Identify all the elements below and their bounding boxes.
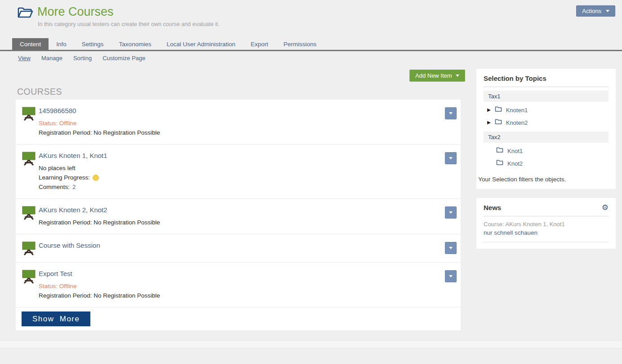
- course-list-panel: 1459866580 Status: OfflineRegistration P…: [16, 100, 461, 330]
- course-property: Status: Offline: [39, 281, 445, 291]
- caret-down-icon: [456, 75, 459, 77]
- course-title-link[interactable]: Export Test: [39, 269, 72, 278]
- news-entry: Course: AKurs Knoten 1, Knot1 nur schnel…: [484, 220, 609, 237]
- taxonomy-node-link[interactable]: Knoten1: [506, 107, 528, 114]
- subtab-manage[interactable]: Manage: [41, 55, 62, 61]
- course-title-link[interactable]: AKurs Knoten 1, Knot1: [39, 151, 107, 160]
- course-property: Registration Period: No Registration Pos…: [39, 291, 445, 300]
- course-property-text: No places left: [39, 163, 76, 173]
- course-icon: [22, 106, 36, 121]
- taxonomy-node-link[interactable]: Knoten2: [506, 119, 528, 126]
- course-property-text: Registration Period: No Registration Pos…: [39, 291, 160, 300]
- course-property-text: Status: Offline: [39, 281, 77, 291]
- tab-local-user-administration[interactable]: Local User Administration: [159, 38, 243, 50]
- taxonomy-groups: Tax1 ▶ Knoten1 ▶ Knoten2 Tax2 Knot1: [484, 91, 609, 170]
- course-properties: Status: OfflineRegistration Period: No R…: [39, 281, 445, 300]
- taxonomy-tree-node: ▶ Knoten2: [484, 116, 609, 129]
- course-row: AKurs Knoten 1, Knot1 No places leftLear…: [16, 145, 461, 199]
- news-panel-title: News: [484, 204, 501, 211]
- subtab-view[interactable]: View: [18, 55, 31, 61]
- actions-button-label: Actions: [582, 8, 601, 14]
- course-row: Export Test Status: OfflineRegistration …: [16, 263, 461, 307]
- add-new-item-label: Add New Item: [415, 72, 452, 79]
- news-panel: News ⚙ Course: AKurs Knoten 1, Knot1 nur…: [476, 198, 616, 249]
- topics-panel-title: Selection by Topics: [484, 75, 546, 82]
- actions-button[interactable]: Actions: [576, 5, 615, 17]
- news-entry-context: Course: AKurs Knoten 1, Knot1: [484, 220, 609, 228]
- subtab-customize-page[interactable]: Customize Page: [102, 55, 145, 61]
- caret-down-icon: [449, 112, 453, 114]
- learning-progress-in-progress-icon: [93, 175, 99, 181]
- course-icon: [22, 206, 36, 220]
- folder-icon: [495, 106, 502, 114]
- course-property: No places left: [39, 163, 445, 173]
- course-property-text: Status: Offline: [39, 118, 77, 128]
- right-sidebar: Selection by Topics Tax1 ▶ Knoten1 ▶ Kno…: [476, 69, 616, 249]
- tab-settings[interactable]: Settings: [74, 38, 111, 50]
- taxonomy-tree-node: Knot2: [484, 157, 609, 170]
- tab-bar: ContentInfoSettingsTaxonomiesLocal User …: [0, 38, 622, 51]
- course-properties: Status: OfflineRegistration Period: No R…: [39, 118, 445, 137]
- tab-export[interactable]: Export: [243, 38, 276, 50]
- divider: [484, 216, 609, 216]
- course-property: Comments:2: [39, 182, 445, 192]
- gear-icon[interactable]: ⚙: [602, 204, 609, 211]
- folder-icon: [496, 147, 503, 155]
- course-property: Registration Period: No Registration Pos…: [39, 218, 445, 227]
- page-title: More Courses: [37, 5, 114, 19]
- folder-icon: [495, 118, 502, 127]
- course-title-link[interactable]: Course with Session: [39, 241, 100, 250]
- taxonomy-node-link[interactable]: Knot1: [507, 148, 523, 154]
- course-actions-dropdown-button[interactable]: [445, 242, 457, 254]
- caret-down-icon: [449, 211, 453, 214]
- course-icon: [22, 269, 36, 284]
- caret-down-icon: [606, 10, 609, 12]
- selection-filter-note: Your Selection filters the objects.: [478, 176, 609, 183]
- subtab-bar: ViewManageSortingCustomize Page: [18, 55, 146, 61]
- course-actions-dropdown-button[interactable]: [445, 206, 457, 219]
- expand-triangle-icon[interactable]: ▶: [487, 108, 491, 112]
- course-actions-dropdown-button[interactable]: [445, 107, 457, 119]
- course-actions-dropdown-button[interactable]: [445, 152, 457, 164]
- divider: [484, 242, 609, 242]
- news-list: Course: AKurs Knoten 1, Knot1 nur schnel…: [484, 220, 609, 237]
- caret-down-icon: [449, 247, 453, 249]
- course-row: 1459866580 Status: OfflineRegistration P…: [16, 100, 461, 145]
- course-row: AKurs Knoten 2, Knot2 Registration Perio…: [16, 199, 461, 234]
- course-property: Learning Progress:: [39, 173, 445, 182]
- tab-info[interactable]: Info: [49, 38, 74, 50]
- tab-content[interactable]: Content: [12, 38, 49, 50]
- course-row: Course with Session: [16, 234, 461, 263]
- tab-permissions[interactable]: Permissions: [276, 38, 324, 50]
- expand-triangle-icon[interactable]: ▶: [487, 120, 491, 125]
- course-property-text: Comments:: [39, 182, 70, 192]
- course-property-text: Learning Progress:: [39, 173, 90, 182]
- course-list: 1459866580 Status: OfflineRegistration P…: [16, 100, 461, 307]
- taxonomy-node-link[interactable]: Knot2: [507, 160, 523, 167]
- course-properties: Registration Period: No Registration Pos…: [39, 218, 445, 227]
- folder-icon: [496, 159, 503, 167]
- news-entry-link[interactable]: nur schnell schauen: [484, 229, 538, 236]
- taxonomy-tree-node: Knot1: [484, 145, 609, 157]
- caret-down-icon: [449, 157, 453, 159]
- course-title-link[interactable]: 1459866580: [39, 106, 76, 115]
- add-new-item-button[interactable]: Add New Item: [409, 70, 465, 82]
- course-title-link[interactable]: AKurs Knoten 2, Knot2: [39, 206, 107, 215]
- selection-by-topics-panel: Selection by Topics Tax1 ▶ Knoten1 ▶ Kno…: [476, 69, 616, 189]
- tab-taxonomies[interactable]: Taxonomies: [111, 38, 159, 50]
- taxonomy-group-header: Tax2: [484, 132, 609, 143]
- course-property-text: Registration Period: No Registration Pos…: [39, 218, 160, 227]
- course-property-text: Registration Period: No Registration Pos…: [39, 128, 160, 137]
- subtab-sorting[interactable]: Sorting: [73, 55, 92, 61]
- course-property: Status: Offline: [39, 118, 445, 128]
- taxonomy-group-header: Tax1: [484, 91, 609, 102]
- comments-count-link[interactable]: 2: [72, 182, 76, 192]
- show-more-button[interactable]: Show More: [22, 311, 90, 326]
- course-properties: No places leftLearning Progress:Comments…: [39, 163, 445, 192]
- course-property: Registration Period: No Registration Pos…: [39, 128, 445, 137]
- course-icon: [22, 241, 36, 255]
- course-icon: [22, 151, 36, 166]
- course-actions-dropdown-button[interactable]: [445, 270, 457, 282]
- course-list-footer: Show More: [16, 307, 461, 330]
- page-description: In this category usual testers can creat…: [38, 21, 219, 27]
